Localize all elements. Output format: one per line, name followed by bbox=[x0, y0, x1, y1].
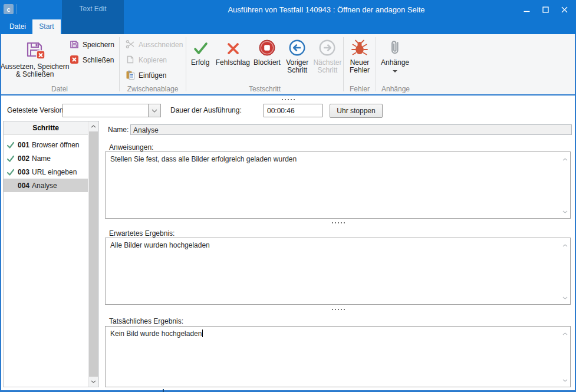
step-form: Name: Analyse Anweisungen: Stellen Sie f… bbox=[104, 121, 572, 389]
actual-result-textarea[interactable]: Kein Bild wurde hochgeladen bbox=[105, 326, 571, 387]
step-item-003[interactable]: 003 URL eingeben bbox=[4, 165, 88, 179]
tested-version-value bbox=[63, 104, 148, 117]
step-number: 002 bbox=[18, 154, 29, 163]
contextual-tab-label: Text Edit bbox=[62, 5, 124, 13]
cut-label: Ausschneiden bbox=[139, 41, 183, 49]
window-border-left bbox=[0, 34, 1, 392]
textarea-scroll-up-icon[interactable] bbox=[562, 241, 568, 249]
attachments-dropdown-caret[interactable] bbox=[393, 70, 397, 73]
group-label-fehler: Fehler bbox=[344, 85, 376, 93]
steps-panel: Schritte 001 Browser öffnen 002 bbox=[3, 121, 99, 387]
step-number: 003 bbox=[18, 168, 29, 176]
tab-start[interactable]: Start bbox=[32, 19, 61, 34]
save-close-icon bbox=[24, 54, 45, 62]
save-button[interactable]: Speichern bbox=[70, 40, 114, 50]
tested-version-combobox[interactable] bbox=[62, 104, 161, 117]
paste-button[interactable]: Einfügen bbox=[126, 71, 186, 80]
success-label: Erfolg bbox=[191, 59, 209, 67]
new-defect-label: Neuer Fehler bbox=[350, 59, 370, 74]
arrow-right-circle-icon bbox=[318, 38, 337, 57]
paste-label: Einfügen bbox=[139, 71, 166, 80]
expected-result-textarea[interactable]: Alle Bilder wurden hochgeladen bbox=[105, 238, 571, 305]
check-icon bbox=[191, 38, 210, 57]
copy-button[interactable]: Kopieren bbox=[126, 55, 186, 65]
close-label: Schließen bbox=[83, 56, 114, 64]
step-item-002[interactable]: 002 Name bbox=[4, 151, 88, 165]
step-label: Analyse bbox=[32, 182, 57, 190]
step-label: Browser öffnen bbox=[32, 141, 80, 149]
actual-result-text: Kein Bild wurde hochgeladen bbox=[110, 330, 202, 338]
group-label-datei: Datei bbox=[0, 85, 119, 93]
stop-icon bbox=[258, 38, 277, 57]
step-item-004[interactable]: 004 Analyse bbox=[4, 179, 88, 192]
textarea-scroll-down-icon[interactable] bbox=[562, 293, 568, 302]
window-title: Ausführen von Testfall 140943 : Öffnen d… bbox=[147, 0, 505, 19]
splitter-grip[interactable] bbox=[1, 98, 575, 101]
maximize-button[interactable] bbox=[536, 0, 555, 19]
textarea-scroll-up-icon[interactable] bbox=[562, 329, 568, 338]
duration-input[interactable] bbox=[264, 104, 322, 117]
steps-scrollbar[interactable] bbox=[88, 121, 98, 387]
expected-result-label: Erwartetes Ergebnis: bbox=[109, 229, 175, 238]
step-passed-check-icon bbox=[4, 154, 18, 163]
textarea-scroll-up-icon[interactable] bbox=[562, 154, 568, 163]
tab-datei[interactable]: Datei bbox=[3, 19, 32, 34]
save-icon bbox=[70, 39, 79, 51]
copy-label: Kopieren bbox=[139, 56, 167, 64]
step-label: Name bbox=[32, 154, 51, 163]
attachments-label: Anhänge bbox=[381, 59, 409, 67]
instructions-text: Stellen Sie fest, dass alle Bilder erfol… bbox=[110, 155, 297, 163]
expected-result-text: Alle Bilder wurden hochgeladen bbox=[110, 241, 210, 249]
minimize-button[interactable] bbox=[517, 0, 536, 19]
step-passed-check-icon bbox=[4, 141, 18, 149]
ribbon-group-fehler: Neuer Fehler Fehler bbox=[344, 34, 376, 94]
app-icon[interactable]: c bbox=[4, 4, 14, 14]
step-label: URL eingeben bbox=[32, 168, 77, 176]
save-label: Speichern bbox=[83, 41, 114, 49]
actual-result-label: Tatsächliches Ergebnis: bbox=[109, 317, 183, 325]
splitter-grip[interactable] bbox=[104, 222, 572, 224]
splitter-grip[interactable] bbox=[104, 308, 572, 311]
scroll-down-arrow[interactable] bbox=[88, 377, 98, 387]
scissors-icon bbox=[126, 39, 135, 51]
blocked-label: Blockiert bbox=[254, 59, 281, 67]
textarea-scroll-down-icon[interactable] bbox=[562, 375, 568, 384]
close-red-icon bbox=[70, 55, 79, 66]
contextual-tab-group: Text Edit bbox=[62, 0, 124, 34]
text-cursor bbox=[202, 330, 203, 337]
stop-clock-button[interactable]: Uhr stoppen bbox=[330, 104, 383, 118]
group-label-zwischenablage: Zwischenablage bbox=[120, 85, 186, 93]
suspend-save-close-label: Aussetzen, Speichern & Schließen bbox=[0, 63, 70, 78]
cut-button[interactable]: Ausschneiden bbox=[126, 40, 186, 50]
group-label-anhaenge: Anhänge bbox=[376, 85, 415, 93]
ribbon-group-zwischenablage: Ausschneiden Kopieren bbox=[120, 34, 186, 94]
textarea-scroll-down-icon[interactable] bbox=[562, 207, 568, 216]
previous-step-label: Voriger Schritt bbox=[286, 59, 308, 74]
failure-label: Fehlschlag bbox=[216, 59, 250, 67]
quick-access-separator bbox=[16, 4, 17, 14]
ribbon: Aussetzen, Speichern & Schließen Speiche… bbox=[0, 34, 576, 95]
next-step-label: Nächster Schritt bbox=[313, 59, 341, 74]
close-button[interactable] bbox=[555, 0, 574, 19]
ribbon-group-datei: Aussetzen, Speichern & Schließen Speiche… bbox=[0, 34, 119, 94]
ribbon-group-anhaenge: Anhänge Anhänge bbox=[376, 34, 415, 94]
name-label: Name: bbox=[104, 126, 130, 134]
name-field[interactable]: Analyse bbox=[130, 124, 572, 135]
step-item-001[interactable]: 001 Browser öffnen bbox=[4, 138, 88, 151]
arrow-left-circle-icon bbox=[288, 38, 307, 57]
instructions-textarea[interactable]: Stellen Sie fest, dass alle Bilder erfol… bbox=[105, 151, 571, 219]
paperclip-icon bbox=[386, 38, 404, 57]
x-icon bbox=[223, 38, 242, 57]
window-controls bbox=[517, 0, 574, 19]
scrollbar-thumb[interactable] bbox=[89, 131, 98, 377]
copy-icon bbox=[126, 55, 135, 66]
tested-version-label: Getestete Version: bbox=[7, 104, 65, 117]
close-testcase-button[interactable]: Schließen bbox=[70, 55, 114, 65]
steps-list: 001 Browser öffnen 002 Name bbox=[4, 135, 88, 192]
app-window: Text Edit c Ausführen von Testfall 14094… bbox=[0, 0, 576, 392]
step-number: 001 bbox=[18, 141, 29, 149]
combobox-dropdown-button[interactable] bbox=[148, 104, 160, 117]
bottom-splitter-tick bbox=[163, 389, 164, 392]
step-passed-check-icon bbox=[4, 168, 18, 176]
scroll-up-arrow[interactable] bbox=[88, 121, 98, 131]
